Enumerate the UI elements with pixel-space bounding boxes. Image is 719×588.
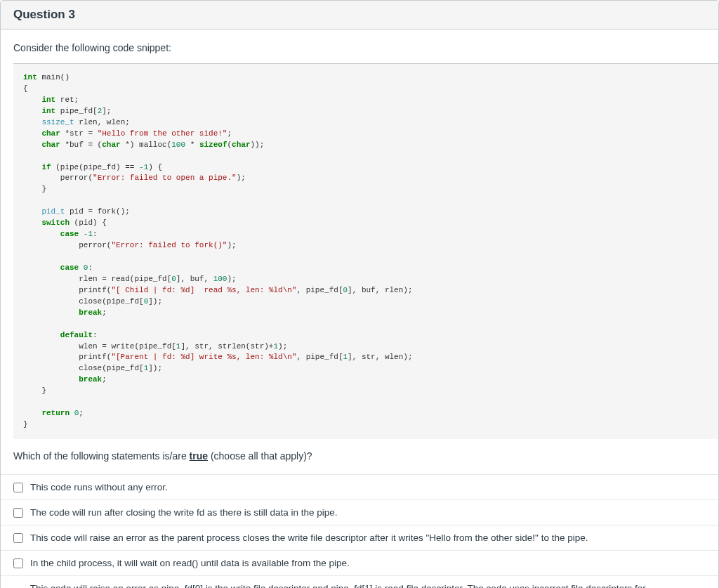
answer-label[interactable]: In the child process, it will wait on re… xyxy=(30,558,350,568)
answer-option[interactable]: In the child process, it will wait on re… xyxy=(1,550,718,575)
answer-option[interactable]: This code will raise an error as the par… xyxy=(1,525,718,550)
answer-checkbox[interactable] xyxy=(13,558,23,568)
question-container: Question 3 Consider the following code s… xyxy=(0,0,719,588)
question-follow-up: Which of the following statements is/are… xyxy=(13,450,706,462)
answer-checkbox[interactable] xyxy=(13,508,23,518)
answers-list: This code runs without any error. The co… xyxy=(1,474,718,588)
answer-checkbox[interactable] xyxy=(13,483,23,492)
answer-label[interactable]: This code will raise an error as the par… xyxy=(30,533,588,543)
answer-label[interactable]: The code will run after closing the writ… xyxy=(30,507,337,518)
question-prompt: Consider the following code snippet: xyxy=(13,42,706,53)
code-block: int main() { int ret; int pipe_fd[2]; ss… xyxy=(13,63,718,439)
answer-label[interactable]: This code runs without any error. xyxy=(30,482,168,492)
answer-option[interactable]: The code will run after closing the writ… xyxy=(1,499,718,525)
answer-checkbox[interactable] xyxy=(13,533,23,543)
question-title: Question 3 xyxy=(13,8,706,22)
answer-option[interactable]: This code will raise an error as pipe_fd… xyxy=(1,575,718,588)
code-pre: int main() { int ret; int pipe_fd[2]; ss… xyxy=(23,72,708,431)
answer-label[interactable]: This code will raise an error as pipe_fd… xyxy=(30,583,706,588)
question-body: Consider the following code snippet: int… xyxy=(1,30,718,588)
question-header: Question 3 xyxy=(1,1,718,30)
answer-option[interactable]: This code runs without any error. xyxy=(1,474,718,499)
